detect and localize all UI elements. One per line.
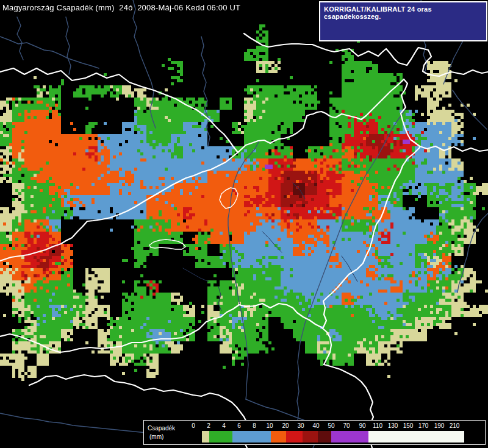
legend-color-segment <box>209 431 232 443</box>
legend-tick-label: 4 <box>222 422 226 429</box>
legend-tick-label: 130 <box>388 422 398 429</box>
legend-tick-label: 70 <box>343 422 350 429</box>
legend-color-segment <box>286 431 303 443</box>
legend-box: Csapadék (mm) 02468102030405070901101301… <box>143 420 486 445</box>
legend-color-segment <box>232 431 271 443</box>
legend-tick-label: 6 <box>237 422 241 429</box>
legend-tick-label: 2 <box>207 422 210 429</box>
calibration-info-text: KORRIGALT/KALIBRALT 24 oras csapadekossz… <box>324 5 432 20</box>
legend-color-segment <box>303 431 318 443</box>
legend-color-segment <box>331 431 368 443</box>
legend-tick-label: 8 <box>253 422 256 429</box>
precipitation-radar-map <box>0 0 488 448</box>
weather-map-window: Magyarország Csapadék (mm) 24ó 2008-Máj-… <box>0 0 488 448</box>
legend-tick-label: 90 <box>359 422 365 429</box>
legend-tick-label: 10 <box>266 422 273 429</box>
legend-color-segment <box>202 431 209 443</box>
legend-unit: (mm) <box>149 433 163 440</box>
legend-tick-label: 0 <box>192 422 195 429</box>
calibration-info-box: KORRIGALT/KALIBRALT 24 oras csapadekossz… <box>319 1 487 41</box>
legend-tick-label: 150 <box>403 422 414 429</box>
legend-tick-label: 210 <box>450 422 460 429</box>
legend-tick-label: 190 <box>434 422 445 429</box>
legend-tick-label: 40 <box>312 422 319 429</box>
legend-tick-label: 50 <box>328 422 334 429</box>
map-title: Magyarország Csapadék (mm) 24ó 2008-Máj-… <box>2 3 240 12</box>
legend-color-segment <box>271 431 286 443</box>
legend-color-segment <box>368 431 464 443</box>
legend-tick-label: 20 <box>282 422 289 429</box>
legend-tick-label: 110 <box>373 422 382 429</box>
legend-tick-label: 170 <box>418 422 429 429</box>
legend-tick-label: 30 <box>297 422 304 429</box>
legend-title: Csapadék <box>148 425 175 432</box>
legend-color-segment <box>318 431 331 443</box>
